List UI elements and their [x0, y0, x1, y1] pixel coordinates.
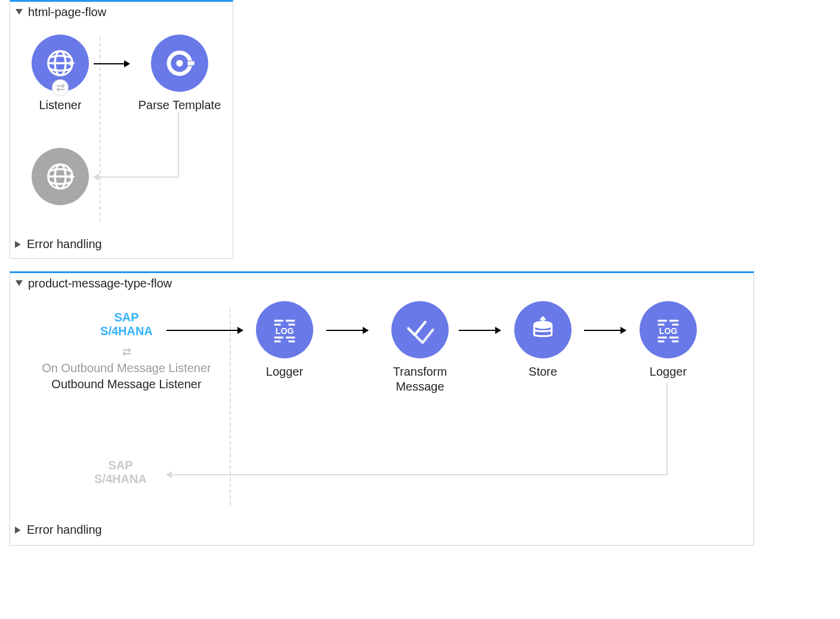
svg-text:LOG: LOG: [276, 326, 294, 336]
flow-panel-html-page-flow[interactable]: html-page-flow ⇄: [10, 0, 233, 259]
return-path: [94, 177, 179, 178]
log-icon: LOG: [640, 301, 697, 358]
sap-brand: SAP S/4HANA: [76, 459, 165, 486]
svg-marker-14: [16, 280, 23, 286]
connector-arrow: [166, 330, 243, 331]
error-handling-label: Error handling: [27, 237, 102, 251]
node-return[interactable]: [24, 148, 96, 205]
log-icon: LOG: [256, 301, 313, 358]
connector-arrow: [584, 330, 626, 331]
chevron-down-icon: [15, 8, 23, 17]
return-path: [166, 474, 668, 475]
node-sublabel: On Outbound Message Listener: [34, 361, 219, 376]
node-parse-template[interactable]: Parse Template: [132, 35, 227, 113]
chevron-right-icon: [15, 526, 23, 534]
svg-marker-35: [15, 527, 21, 534]
flow-header[interactable]: product-message-type-flow: [10, 273, 753, 294]
core-icon: [151, 35, 208, 92]
globe-icon: ⇄: [32, 35, 89, 92]
source-separator: [100, 37, 101, 222]
sap-brand-line: SAP: [34, 311, 219, 324]
globe-icon: [32, 148, 89, 205]
chevron-down-icon: [15, 280, 23, 288]
svg-text:LOG: LOG: [659, 326, 678, 336]
connector-arrow: [94, 63, 129, 64]
flow-panel-product-message-type-flow[interactable]: product-message-type-flow SAP S/4HANA ⇄ …: [10, 271, 754, 546]
node-sap-return[interactable]: SAP S/4HANA: [76, 459, 165, 486]
node-transform-message[interactable]: Transform Message: [363, 301, 477, 394]
sap-brand-line: S/4HANA: [76, 472, 165, 486]
error-handling-section[interactable]: Error handling: [10, 235, 233, 256]
source-separator: [230, 308, 231, 505]
node-label: Listener: [24, 98, 96, 113]
node-label: Parse Template: [132, 98, 227, 113]
svg-rect-7: [188, 61, 194, 66]
svg-point-24: [534, 321, 551, 327]
connector-arrow: [459, 330, 501, 331]
node-label: Transform Message: [363, 364, 477, 394]
flow-title: product-message-type-flow: [28, 277, 172, 290]
flow-title: html-page-flow: [28, 5, 106, 19]
sap-brand-line: SAP: [76, 459, 165, 472]
transform-icon: [391, 301, 449, 358]
chevron-right-icon: [15, 240, 23, 249]
node-store[interactable]: Store: [504, 301, 582, 379]
error-handling-section[interactable]: Error handling: [10, 521, 753, 541]
svg-marker-0: [16, 9, 23, 15]
error-handling-label: Error handling: [27, 523, 102, 537]
node-listener[interactable]: ⇄ Listener: [24, 35, 96, 113]
node-logger[interactable]: LOG Logger: [629, 301, 707, 379]
sap-brand: SAP S/4HANA: [34, 311, 219, 338]
database-icon: [514, 301, 572, 358]
node-sap-source[interactable]: SAP S/4HANA ⇄ On Outbound Message Listen…: [34, 311, 219, 392]
swap-arrows-icon: ⇄: [52, 80, 68, 95]
node-logger[interactable]: LOG Logger: [246, 301, 323, 379]
swap-arrows-icon: ⇄: [34, 346, 219, 357]
return-path: [666, 382, 668, 475]
svg-point-8: [176, 60, 183, 66]
return-path: [178, 112, 179, 178]
sap-brand-line: S/4HANA: [34, 324, 219, 338]
node-label: Logger: [246, 364, 323, 379]
connector-arrow: [326, 330, 368, 331]
node-sublabel: Outbound Message Listener: [34, 377, 219, 392]
node-label: Store: [504, 364, 582, 379]
svg-marker-13: [15, 241, 21, 248]
node-label: Logger: [629, 364, 707, 379]
flow-header[interactable]: html-page-flow: [10, 2, 233, 23]
